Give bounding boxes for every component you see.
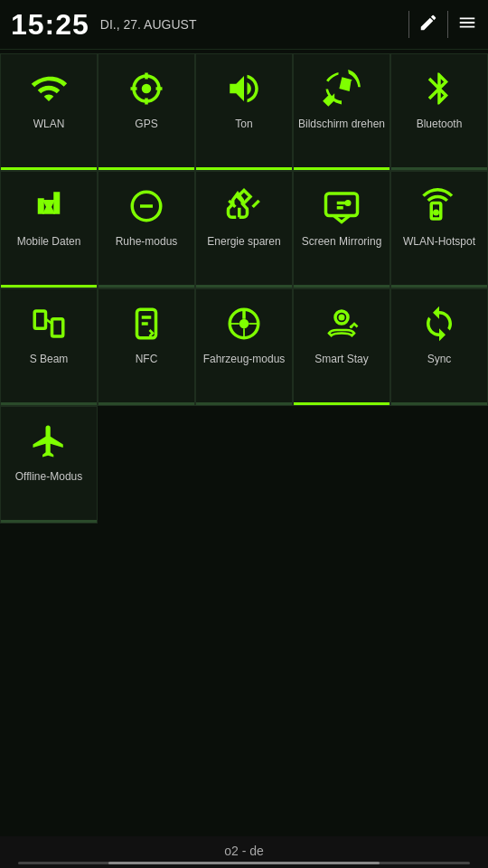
svg-point-1: [142, 84, 152, 94]
tile-s-beam-bar: [1, 402, 97, 405]
recycle-icon: [222, 184, 266, 228]
tile-smart-stay-bar: [294, 402, 389, 405]
sync-icon: [418, 302, 461, 345]
svg-point-25: [350, 326, 353, 329]
tile-bluetooth-label: Bluetooth: [417, 118, 463, 132]
tile-energy[interactable]: Energie sparen: [195, 171, 293, 288]
tile-smart-stay[interactable]: Smart Stay: [293, 288, 390, 406]
tile-car-bar: [196, 402, 292, 405]
status-bar: 15:25 DI., 27. AUGUST: [0, 0, 488, 50]
tile-sync[interactable]: Sync: [390, 288, 488, 406]
tile-s-beam[interactable]: S Beam: [0, 288, 98, 406]
nfc-icon: [125, 302, 168, 345]
tile-ton-bar: [196, 167, 292, 170]
date-display: DI., 27. AUGUST: [100, 17, 197, 32]
svg-rect-6: [38, 198, 44, 214]
svg-point-24: [339, 315, 345, 321]
tile-energy-bar: [196, 285, 292, 288]
tile-s-beam-label: S Beam: [30, 353, 69, 367]
tile-rotate-label: Bildschirm drehen: [298, 118, 385, 132]
tile-wlan-label: WLAN: [33, 118, 65, 132]
svg-rect-14: [34, 311, 45, 328]
list-icon[interactable]: [457, 13, 477, 37]
tile-ton[interactable]: Ton: [195, 53, 293, 171]
wifi-icon: [27, 67, 70, 110]
svg-point-11: [346, 202, 350, 205]
tile-mobile-data-label: Mobile Daten: [17, 235, 81, 250]
tile-sync-label: Sync: [427, 353, 452, 367]
status-icons: [408, 11, 477, 38]
time-display: 15:25: [11, 8, 89, 42]
tile-screen-mirror-label: Screen Mirroring: [302, 235, 382, 250]
bottom-bar: o2 - de: [0, 836, 488, 868]
tile-nfc-label: NFC: [136, 353, 158, 367]
tile-gps-label: GPS: [135, 118, 157, 132]
divider: [408, 11, 409, 38]
quick-settings-grid: WLAN GPS Ton: [0, 50, 488, 527]
tile-mobile-data[interactable]: Mobile Daten: [0, 171, 98, 288]
scroll-thumb: [108, 862, 380, 864]
tile-screen-mirror-bar: [294, 285, 389, 288]
edit-icon: [418, 13, 438, 37]
s-beam-icon: [27, 302, 70, 345]
tile-hotspot[interactable]: WLAN-Hotspot: [390, 171, 488, 288]
svg-point-18: [239, 319, 249, 329]
tile-car[interactable]: Fahrzeug-modus: [195, 288, 293, 406]
carrier-text: o2 - de: [0, 844, 488, 858]
svg-rect-15: [52, 319, 63, 336]
tile-airplane[interactable]: Offline-Modus: [0, 406, 98, 524]
svg-rect-7: [53, 192, 60, 214]
tile-nfc[interactable]: NFC: [98, 288, 195, 406]
tile-hotspot-label: WLAN-Hotspot: [403, 235, 475, 250]
tile-rotate[interactable]: Bildschirm drehen: [293, 53, 390, 171]
tile-sync-bar: [391, 402, 487, 405]
svg-point-13: [435, 211, 438, 214]
tile-airplane-label: Offline-Modus: [15, 470, 82, 485]
tile-ton-label: Ton: [235, 118, 252, 132]
divider2: [447, 11, 448, 38]
empty-area: [0, 527, 488, 780]
sound-icon: [222, 67, 266, 110]
tile-hotspot-bar: [391, 285, 487, 288]
smart-stay-icon: [320, 302, 363, 345]
screen-mirror-icon: [320, 184, 363, 228]
airplane-icon: [27, 420, 70, 463]
tile-airplane-bar: [1, 520, 97, 523]
gps-icon: [125, 67, 168, 110]
silent-icon: [125, 184, 168, 228]
hotspot-icon: [418, 184, 461, 228]
tile-rotate-bar: [294, 167, 389, 170]
tile-nfc-bar: [99, 402, 194, 405]
tile-smart-stay-label: Smart Stay: [314, 353, 368, 367]
tile-wlan-bar: [1, 167, 97, 170]
tile-wlan[interactable]: WLAN: [0, 53, 98, 171]
tile-gps[interactable]: GPS: [98, 53, 195, 171]
tile-bluetooth[interactable]: Bluetooth: [390, 53, 488, 171]
tile-bluetooth-bar: [391, 167, 487, 170]
mobile-data-icon: [27, 184, 70, 228]
tile-car-label: Fahrzeug-modus: [203, 353, 286, 367]
tile-silent-label: Ruhe-modus: [116, 235, 178, 250]
tile-silent[interactable]: Ruhe-modus: [98, 171, 195, 288]
tile-screen-mirror[interactable]: Screen Mirroring: [293, 171, 390, 288]
scroll-indicator: [18, 862, 470, 864]
car-icon: [222, 302, 266, 345]
tile-gps-bar: [99, 167, 194, 170]
tile-energy-label: Energie sparen: [207, 235, 280, 250]
tile-silent-bar: [99, 285, 194, 288]
tile-mobile-data-bar: [1, 285, 97, 288]
rotate-icon: [320, 67, 363, 110]
bluetooth-icon: [418, 67, 461, 110]
